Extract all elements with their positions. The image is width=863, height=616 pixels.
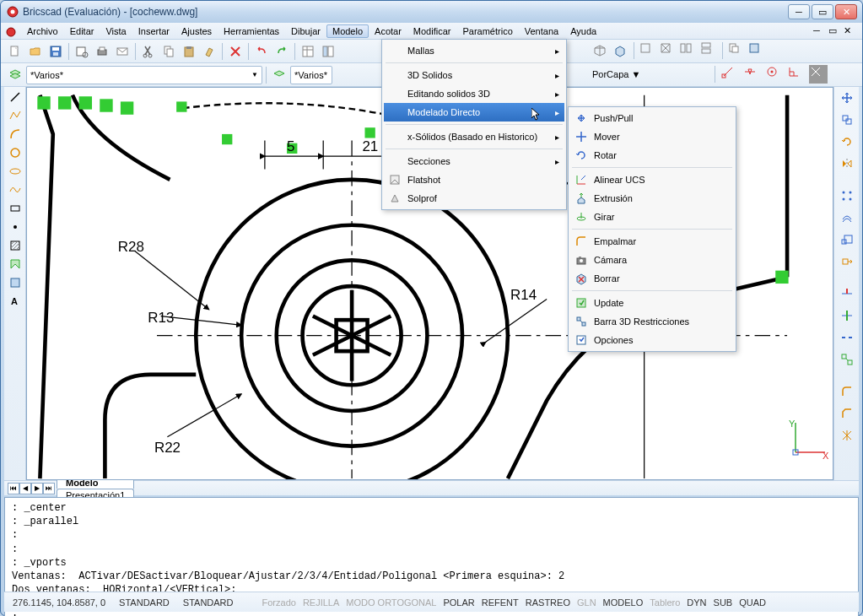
snap-cen-icon[interactable] bbox=[765, 65, 784, 84]
close-button[interactable]: ✕ bbox=[835, 4, 857, 19]
ellipse-tool[interactable] bbox=[7, 163, 24, 180]
copy-clip-icon[interactable] bbox=[727, 41, 746, 60]
menu-item-solprof[interactable]: Solprof bbox=[384, 189, 564, 208]
boundary-tool[interactable] bbox=[7, 256, 24, 273]
menu-item-editando-solidos-3d[interactable]: Editando solidos 3D bbox=[384, 84, 564, 103]
status-std1[interactable]: STANDARD bbox=[116, 597, 173, 608]
status-tablero[interactable]: Tablero bbox=[646, 597, 683, 608]
chamfer-tool[interactable] bbox=[838, 404, 856, 423]
menu-item-mallas[interactable]: Mallas bbox=[384, 41, 564, 60]
explode-tool[interactable] bbox=[838, 426, 856, 445]
menu-item-modelado-directo[interactable]: Modelado Directo bbox=[384, 103, 564, 122]
scale-tool[interactable] bbox=[838, 230, 856, 249]
menu-archivo[interactable]: Archivo bbox=[21, 24, 64, 38]
paste-button[interactable] bbox=[180, 42, 198, 61]
print-button[interactable] bbox=[93, 42, 111, 61]
layer-icon[interactable] bbox=[6, 66, 24, 84]
mdi-restore-button[interactable]: ▭ bbox=[828, 25, 844, 37]
paste-clip-icon[interactable] bbox=[747, 41, 766, 60]
new-button[interactable] bbox=[6, 42, 24, 61]
menu-insertar[interactable]: Insertar bbox=[132, 24, 175, 38]
wire-icon[interactable] bbox=[659, 41, 677, 60]
delete-button[interactable] bbox=[226, 42, 245, 61]
menu-item-girar[interactable]: Girar bbox=[570, 208, 734, 226]
cut-button[interactable] bbox=[139, 42, 158, 61]
status-polar[interactable]: POLAR bbox=[440, 597, 477, 608]
color-combo[interactable]: *Varios* bbox=[290, 66, 332, 84]
copy-button[interactable] bbox=[159, 42, 178, 61]
menu-item-push-pull[interactable]: Push/Pull bbox=[570, 109, 734, 127]
menu-editar[interactable]: Editar bbox=[64, 24, 100, 38]
box-icon[interactable] bbox=[639, 41, 657, 60]
menu-item-opciones[interactable]: Opciones bbox=[570, 331, 734, 349]
tab-next-button[interactable]: ▶ bbox=[31, 483, 43, 494]
point-tool[interactable] bbox=[7, 219, 24, 235]
circle-tool[interactable] bbox=[7, 144, 24, 161]
menu-item-3d-solidos[interactable]: 3D Solidos bbox=[384, 66, 564, 84]
minimize-button[interactable]: ─ bbox=[788, 4, 810, 19]
extend-tool[interactable] bbox=[838, 306, 856, 325]
save-button[interactable] bbox=[46, 42, 65, 61]
format-paint-button[interactable] bbox=[200, 42, 218, 61]
menu-item-alinear-ucs[interactable]: Alinear UCS bbox=[570, 170, 734, 189]
rect-tool[interactable] bbox=[7, 200, 24, 217]
layer-combo[interactable]: *Varios* ▼ bbox=[26, 66, 262, 84]
array-tool[interactable] bbox=[838, 186, 856, 205]
region-tool[interactable] bbox=[7, 274, 24, 291]
status-modelo[interactable]: MODELO bbox=[600, 597, 647, 608]
text-tool[interactable]: A bbox=[7, 293, 24, 310]
line-tool[interactable] bbox=[7, 89, 24, 105]
menu-modelo[interactable]: Modelo bbox=[326, 24, 369, 38]
menu-item-x-s-lidos-basado-en-historico-[interactable]: x-Sólidos (Basado en Historico) bbox=[384, 127, 564, 146]
menu-herramientas[interactable]: Herramientas bbox=[218, 24, 285, 38]
move-tool[interactable] bbox=[838, 89, 856, 107]
menu-acotar[interactable]: Acotar bbox=[369, 24, 407, 38]
send-button[interactable] bbox=[113, 42, 132, 61]
mdi-close-button[interactable]: ✕ bbox=[844, 25, 859, 37]
polyline-tool[interactable] bbox=[7, 107, 24, 124]
status-modo-ortogonal[interactable]: MODO ORTOGONAL bbox=[343, 597, 440, 608]
menu-item-c-mara[interactable]: Cámara bbox=[570, 251, 734, 269]
split-h-icon[interactable] bbox=[699, 41, 718, 60]
snap-mid-icon[interactable] bbox=[743, 65, 762, 84]
copy-tool[interactable] bbox=[838, 111, 856, 129]
menu-item-mover[interactable]: Mover bbox=[570, 127, 734, 146]
status-refent[interactable]: REFENT bbox=[478, 597, 522, 608]
status-rejilla[interactable]: REJILLA bbox=[299, 597, 343, 608]
linetype-combo[interactable]: PorCapa ▼ bbox=[582, 69, 709, 79]
print-preview-button[interactable] bbox=[73, 42, 91, 61]
break-tool[interactable] bbox=[838, 328, 856, 347]
tab-prev-button[interactable]: ◀ bbox=[19, 483, 31, 494]
status-std2[interactable]: STANDARD bbox=[180, 597, 237, 608]
mdi-minimize-button[interactable]: ─ bbox=[813, 25, 828, 37]
status-sub[interactable]: SUB bbox=[710, 597, 736, 608]
menu-item-empalmar[interactable]: Empalmar bbox=[570, 232, 734, 251]
status-forzado[interactable]: Forzado bbox=[259, 597, 299, 608]
hatch-tool[interactable] bbox=[7, 237, 24, 254]
model-icon[interactable] bbox=[611, 41, 629, 60]
redo-button[interactable] bbox=[272, 42, 291, 61]
mirror-tool[interactable] bbox=[838, 154, 856, 173]
trim-tool[interactable] bbox=[838, 284, 856, 303]
status-gln[interactable]: GLN bbox=[574, 597, 600, 608]
tab-last-button[interactable]: ⏭ bbox=[43, 483, 55, 494]
layers-list-icon[interactable] bbox=[270, 66, 289, 84]
menu-ayuda[interactable]: Ayuda bbox=[564, 24, 602, 38]
menu-dibujar[interactable]: Dibujar bbox=[285, 24, 326, 38]
stretch-tool[interactable] bbox=[838, 252, 856, 271]
arc-tool[interactable] bbox=[7, 126, 24, 143]
menu-vista[interactable]: Vista bbox=[100, 24, 132, 38]
snap-perp-icon[interactable] bbox=[787, 65, 806, 84]
tab-first-button[interactable]: ⏮ bbox=[8, 483, 19, 494]
undo-button[interactable] bbox=[252, 42, 271, 61]
join-tool[interactable] bbox=[838, 350, 856, 369]
props-button[interactable] bbox=[299, 42, 317, 61]
fillet-tool[interactable] bbox=[838, 382, 856, 401]
status-rastreo[interactable]: RASTREO bbox=[522, 597, 574, 608]
status-dyn[interactable]: DYN bbox=[683, 597, 709, 608]
menu-item-borrar[interactable]: Borrar bbox=[570, 269, 734, 288]
explorer-button[interactable] bbox=[319, 42, 337, 61]
menu-ventana[interactable]: Ventana bbox=[519, 24, 564, 38]
open-button[interactable] bbox=[26, 42, 45, 61]
snap-end-icon[interactable] bbox=[721, 65, 740, 84]
